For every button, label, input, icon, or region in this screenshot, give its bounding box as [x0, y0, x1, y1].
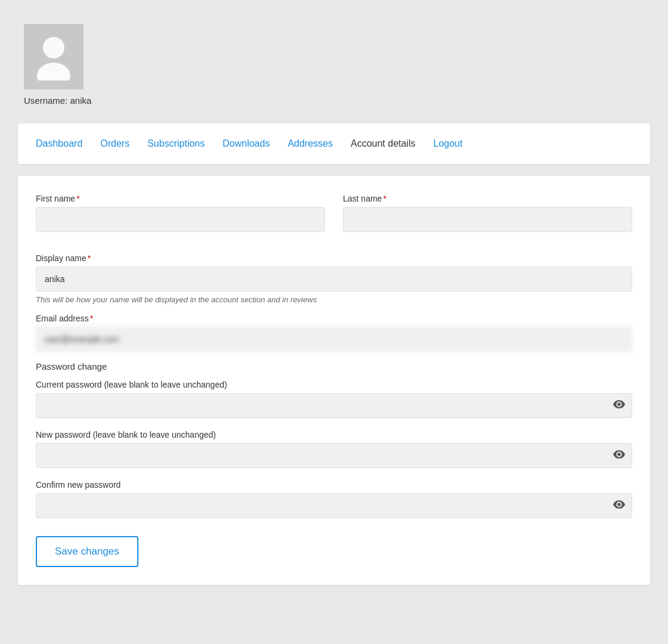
display-name-hint: This will be how your name will be displ… — [36, 295, 632, 304]
last-name-required: * — [383, 194, 386, 203]
new-password-eye-icon[interactable] — [613, 450, 625, 461]
first-name-label: First name* — [36, 194, 325, 203]
form-card: First name* Last name* Display name* Thi… — [18, 176, 650, 585]
email-group: Email address* — [36, 314, 632, 352]
new-password-group: New password (leave blank to leave uncha… — [36, 430, 632, 468]
nav-card: Dashboard Orders Subscriptions Downloads… — [18, 123, 650, 164]
password-section: Password change Current password (leave … — [36, 361, 632, 518]
current-password-eye-icon[interactable] — [613, 400, 625, 411]
tab-subscriptions[interactable]: Subscriptions — [147, 135, 205, 152]
last-name-group: Last name* — [343, 194, 632, 232]
tab-logout[interactable]: Logout — [434, 135, 463, 152]
svg-point-1 — [37, 63, 70, 80]
email-required: * — [90, 314, 93, 323]
current-password-group: Current password (leave blank to leave u… — [36, 380, 632, 418]
current-password-label: Current password (leave blank to leave u… — [36, 380, 632, 389]
current-password-input[interactable] — [36, 393, 632, 418]
tab-orders[interactable]: Orders — [100, 135, 129, 152]
profile-section: Username: anika — [18, 24, 650, 106]
confirm-password-eye-icon[interactable] — [613, 500, 625, 511]
confirm-password-label: Confirm new password — [36, 480, 632, 490]
name-row: First name* Last name* — [36, 194, 632, 242]
first-name-input[interactable] — [36, 207, 325, 232]
new-password-label: New password (leave blank to leave uncha… — [36, 430, 632, 439]
username-label: Username: anika — [24, 95, 91, 106]
first-name-group: First name* — [36, 194, 325, 232]
last-name-label: Last name* — [343, 194, 632, 203]
email-input[interactable] — [36, 327, 632, 352]
confirm-password-input[interactable] — [36, 493, 632, 518]
display-name-input[interactable] — [36, 267, 632, 292]
first-name-required: * — [76, 194, 79, 203]
tab-addresses[interactable]: Addresses — [287, 135, 333, 152]
last-name-input[interactable] — [343, 207, 632, 232]
display-name-required: * — [88, 253, 91, 263]
avatar — [24, 24, 84, 89]
new-password-input[interactable] — [36, 443, 632, 468]
svg-point-0 — [43, 37, 64, 58]
display-name-group: Display name* This will be how your name… — [36, 253, 632, 304]
password-section-label: Password change — [36, 361, 632, 371]
tab-account-details[interactable]: Account details — [351, 135, 416, 152]
confirm-password-group: Confirm new password — [36, 480, 632, 518]
email-label: Email address* — [36, 314, 632, 323]
tab-downloads[interactable]: Downloads — [222, 135, 270, 152]
page-container: Username: anika Dashboard Orders Subscri… — [18, 24, 650, 585]
tab-dashboard[interactable]: Dashboard — [36, 135, 82, 152]
nav-tabs: Dashboard Orders Subscriptions Downloads… — [36, 135, 632, 152]
display-name-label: Display name* — [36, 253, 632, 263]
save-changes-button[interactable]: Save changes — [36, 536, 138, 567]
